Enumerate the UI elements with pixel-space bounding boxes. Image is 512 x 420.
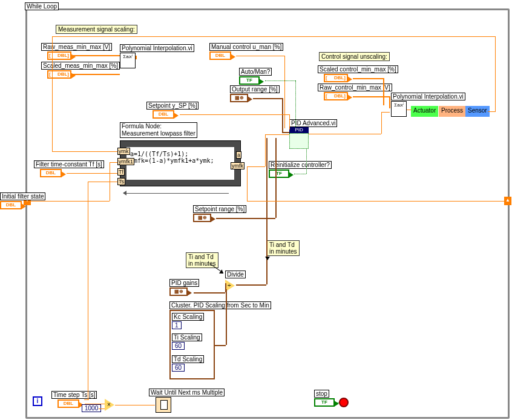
out-range-control[interactable]: ▦⊕ [230,94,248,102]
term-tf: Tf [117,168,125,176]
wire [226,289,227,345]
ctl-unscaling-label: Control signal unscaling: [319,52,390,61]
meas-scaling-label: Measurement signal scaling: [56,25,137,34]
term-ymk: ymk [117,148,130,155]
raw-meas-control[interactable] [47,51,71,60]
pid-gains-label: PID gains [169,279,199,287]
formula-title1: Formula Node: [122,123,195,130]
divide-label: Divide [225,271,246,278]
wire [84,399,89,400]
wire [289,114,290,130]
time-step-label: Time step Ts [s] [51,391,97,399]
wire [495,36,496,112]
wire [282,132,289,133]
kc-value[interactable]: 1 [172,321,182,329]
wire [236,56,284,56]
wire [71,74,120,75]
wire [247,166,248,201]
wire [52,36,495,37]
wait-label: Wait Until Next ms Multiple [149,389,225,396]
init-filter-control[interactable] [0,201,22,209]
wire [383,78,384,105]
auto-man-control[interactable] [239,76,260,85]
term-ymfk: ymfk [231,162,245,169]
poly-vi1-icon: Σaᵢxⁱ [120,53,136,68]
poly-vi1-label: Polynomial Interpolation.vi [120,44,194,52]
wire [215,345,226,346]
reinit-control[interactable] [269,169,289,178]
wire [266,138,267,284]
wire [381,112,390,113]
wire [110,162,117,163]
raw-ctl-label: Raw_control_min_max [V] [318,84,392,91]
wire [99,409,105,409]
pid-gains-control[interactable]: ▦⊕ [169,287,188,296]
wire [335,402,339,403]
poly-vi2-label: Polynomial Interpolation.vi [391,93,465,100]
actuator-block: Actuator [411,106,438,117]
wait-icon [156,397,171,413]
while-loop-label: While Loop [25,2,59,10]
cluster-title: Cluster. PID Scaling from Sec to Min [169,301,271,309]
sigma-icon: Σaᵢxⁱ [123,54,132,59]
poly-vi2-icon: Σaᵢxⁱ [391,101,407,117]
fb-arrow-head [123,191,126,195]
sensor-block: Sensor [465,106,490,117]
wire [309,134,381,134]
wire [115,405,155,405]
sp-range-control[interactable]: ▦⊕ [193,214,211,222]
wire [265,80,295,81]
wire [52,36,53,151]
scaled-ctl-control[interactable] [324,74,348,82]
wire [71,55,120,56]
wire [23,205,27,205]
sp-range-label: Setpoint range [%] [193,205,246,213]
td-label: Td Scaling [172,355,204,363]
wire [52,151,117,152]
wire [236,284,266,286]
scaled-meas-control[interactable] [47,70,71,79]
wire [85,404,105,404]
init-filter-label: Initial filter state [0,192,45,200]
clust-glyph2: ▦⊕ [198,215,207,220]
formula-title2: Measurement lowpass filter [122,130,195,137]
wire [407,110,412,110]
scaled-ctl-label: Scaled control_min_max [%] [318,65,398,73]
man-ctl-label: Manual control u_man [%] [209,43,283,51]
term-ts: Ts [117,178,125,185]
wire [284,56,285,128]
time-step-control[interactable] [57,399,79,408]
reinit-label: Reinitialize controller? [269,161,332,169]
wire [275,138,277,218]
term-ymfk1: ymfk1 [117,158,134,165]
wire [306,149,307,174]
wire [265,134,266,166]
iteration-terminal: i [33,396,42,406]
wire [295,80,296,128]
fb-arrow-line [126,193,229,194]
raw-ctl-control[interactable] [324,92,348,100]
wire [294,174,306,174]
td-value[interactable]: 60 [172,364,185,372]
filter-tf-label: Filter time-constant Tf [s] [34,160,104,168]
wire [31,201,110,202]
wire [353,78,383,79]
wire [136,56,137,59]
wire [389,96,390,108]
man-ctl-control[interactable] [209,51,231,60]
formula-line2: ymfk=(1-a)*ymfk1+a*ymk; [130,157,231,164]
ti-label: Ti Scaling [172,333,202,341]
out-range-label: Output range [%] [230,85,280,93]
setpoint-control[interactable] [153,110,174,119]
wire [488,111,495,112]
formula-node: a=1/((Tf/Ts)+1); ymfk=(1-a)*ymfk1+a*ymk; [120,140,241,186]
ti-value[interactable]: 60 [172,342,185,350]
formula-line1: a=1/((Tf/Ts)+1); [130,151,231,157]
shift-register-right [504,197,511,205]
stop-control[interactable] [314,398,335,407]
process-block: Process [439,106,465,117]
auto-man-label: Auto/Man? [239,68,272,76]
wire [247,166,265,167]
filter-tf-control[interactable] [40,169,62,177]
scaled-meas-label: Scaled_meas_min_max [%] [41,62,120,70]
